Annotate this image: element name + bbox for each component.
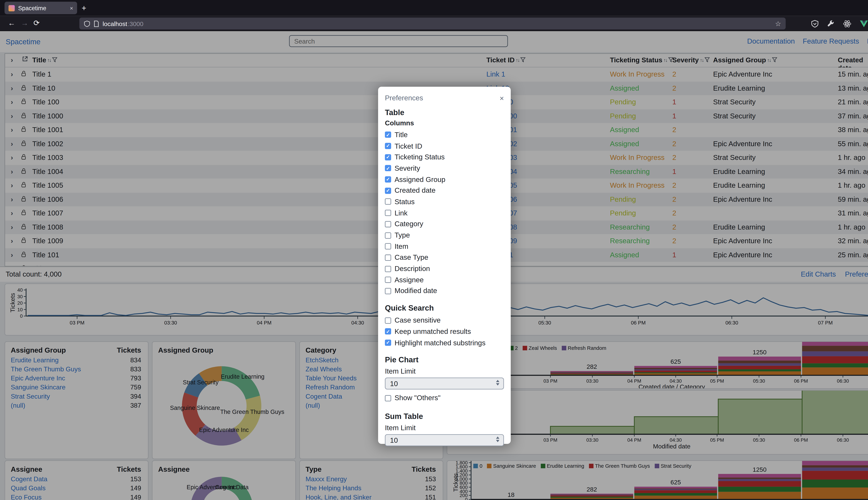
quick-search-checkbox-list: Case sensitiveKeep unmatched resultsHigh… — [385, 315, 504, 348]
checkbox[interactable] — [385, 165, 391, 171]
app-window: Spacetime × + ← → ⟳ localhost:3000 ☆ ☰ S… — [0, 0, 868, 500]
shield-icon[interactable] — [84, 20, 90, 27]
checkbox-label: Ticketing Status — [395, 153, 445, 161]
pie-item-limit-value: 10 — [390, 380, 398, 388]
checkbox[interactable] — [385, 232, 391, 238]
checkbox[interactable] — [385, 143, 391, 149]
checkbox-label: Title — [395, 131, 408, 139]
checkbox[interactable] — [385, 154, 391, 160]
checkbox-label: Highlight matched substrings — [395, 339, 486, 347]
wrench-icon[interactable] — [827, 20, 834, 27]
column-toggle-item[interactable]: Item — [385, 241, 504, 252]
checkbox-label: Severity — [395, 164, 420, 172]
checkbox-label: Case sensitive — [395, 317, 441, 325]
checkbox[interactable] — [385, 288, 391, 294]
browser-tab[interactable]: Spacetime × — [4, 2, 77, 14]
close-tab-icon[interactable]: × — [70, 5, 73, 11]
checkbox[interactable] — [385, 210, 391, 216]
preferences-modal: Preferences × Table Columns TitleTicket … — [378, 87, 511, 444]
column-toggle-severity[interactable]: Severity — [385, 163, 504, 174]
checkbox-label: Assignee — [395, 276, 424, 284]
modal-title: Preferences — [385, 94, 423, 102]
show-others-label: Show "Others" — [395, 394, 441, 402]
checkbox[interactable] — [385, 329, 391, 335]
column-toggle-ticketing-status[interactable]: Ticketing Status — [385, 151, 504, 163]
column-toggle-created-date[interactable]: Created date — [385, 185, 504, 196]
table-section-heading: Table — [385, 108, 504, 117]
new-tab-button[interactable]: + — [82, 3, 86, 12]
column-toggle-type[interactable]: Type — [385, 230, 504, 241]
page-icon[interactable] — [94, 20, 99, 27]
checkbox-label: Created date — [395, 186, 436, 195]
pie-chart-heading: Pie Chart — [385, 356, 504, 364]
column-toggle-ticket-id[interactable]: Ticket ID — [385, 140, 504, 151]
sum-item-limit-input[interactable]: 10 — [385, 434, 504, 446]
browser-tab-bar: Spacetime × + — [0, 0, 868, 16]
modal-close-icon[interactable]: × — [500, 94, 504, 102]
reload-icon[interactable]: ⟳ — [34, 19, 40, 27]
stepper-icons[interactable] — [496, 380, 500, 386]
column-toggle-link[interactable]: Link — [385, 207, 504, 218]
checkbox-label: Ticket ID — [395, 142, 422, 150]
show-others-checkbox[interactable] — [385, 395, 391, 401]
quick-search-option-case-sensitive[interactable]: Case sensitive — [385, 315, 504, 326]
column-toggle-case-type[interactable]: Case Type — [385, 252, 504, 263]
vue-devtools-icon[interactable] — [860, 20, 868, 27]
stepper-icons[interactable] — [496, 436, 500, 442]
column-toggle-assigned-group[interactable]: Assigned Group — [385, 174, 504, 185]
pie-item-limit-label: Item Limit — [385, 367, 504, 376]
checkbox-label: Description — [395, 265, 430, 273]
checkbox[interactable] — [385, 198, 391, 205]
url-bar[interactable]: localhost:3000 ☆ — [79, 18, 786, 30]
quick-search-heading: Quick Search — [385, 304, 504, 312]
checkbox-label: Item — [395, 242, 408, 251]
forward-icon[interactable]: → — [21, 19, 28, 27]
checkbox-label: Link — [395, 209, 408, 217]
checkbox-label: Case Type — [395, 254, 428, 262]
checkbox[interactable] — [385, 188, 391, 194]
favicon — [9, 5, 15, 11]
pocket-shield-icon[interactable] — [811, 20, 819, 27]
pie-item-limit-input[interactable]: 10 — [385, 378, 504, 390]
column-toggle-category[interactable]: Category — [385, 218, 504, 230]
checkbox[interactable] — [385, 277, 391, 283]
checkbox-label: Assigned Group — [395, 175, 445, 183]
checkbox-label: Category — [395, 220, 423, 228]
url-host: localhost — [103, 20, 127, 27]
sum-item-limit-label: Item Limit — [385, 424, 504, 432]
checkbox[interactable] — [385, 340, 391, 346]
column-toggle-modified-date[interactable]: Modified date — [385, 285, 504, 296]
checkbox-label: Status — [395, 198, 415, 206]
checkbox[interactable] — [385, 177, 391, 183]
url-port: :3000 — [128, 20, 144, 27]
column-toggle-description[interactable]: Description — [385, 263, 504, 274]
checkbox[interactable] — [385, 221, 391, 227]
back-icon[interactable]: ← — [8, 19, 15, 27]
checkbox[interactable] — [385, 254, 391, 261]
checkbox[interactable] — [385, 243, 391, 250]
sum-item-limit-value: 10 — [390, 436, 398, 444]
column-toggle-assignee[interactable]: Assignee — [385, 274, 504, 285]
column-checkbox-list: TitleTicket IDTicketing StatusSeverityAs… — [385, 129, 504, 296]
quick-search-option-highlight-matched-substrings[interactable]: Highlight matched substrings — [385, 337, 504, 348]
browser-toolbar-icons: ☰ — [811, 18, 868, 30]
bookmark-star-icon[interactable]: ☆ — [775, 20, 781, 27]
column-toggle-status[interactable]: Status — [385, 196, 504, 207]
checkbox[interactable] — [385, 317, 391, 323]
checkbox[interactable] — [385, 132, 391, 138]
sum-table-heading: Sum Table — [385, 412, 504, 421]
checkbox[interactable] — [385, 266, 391, 272]
show-others-row[interactable]: Show "Others" — [385, 393, 504, 404]
quick-search-option-keep-unmatched-results[interactable]: Keep unmatched results — [385, 326, 504, 337]
checkbox-label: Type — [395, 231, 410, 239]
columns-label: Columns — [385, 119, 504, 127]
react-devtools-icon[interactable] — [843, 20, 852, 27]
tab-title: Spacetime — [18, 4, 66, 11]
column-toggle-title[interactable]: Title — [385, 129, 504, 140]
checkbox-label: Modified date — [395, 287, 437, 295]
checkbox-label: Keep unmatched results — [395, 328, 471, 336]
